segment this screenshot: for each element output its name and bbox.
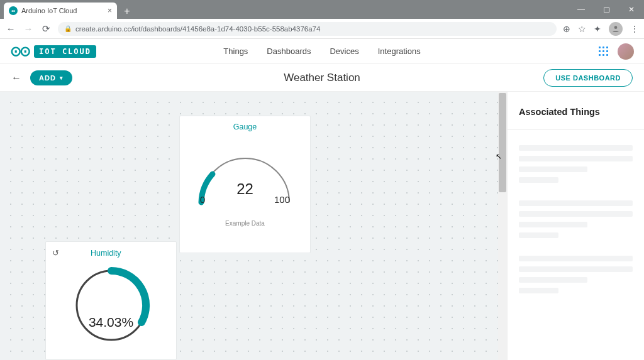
skeleton-line — [519, 156, 633, 161]
side-panel-heading: Associated Things — [519, 107, 633, 117]
skeleton-block — [519, 145, 633, 183]
url-text: create.arduino.cc/iot/dashboards/41456e8… — [75, 25, 320, 33]
logo-text: IOT CLOUD — [34, 45, 96, 58]
extensions-icon[interactable]: ✦ — [594, 24, 601, 34]
window-controls: — ▢ ✕ — [569, 0, 644, 19]
gauge-footer: Example Data — [186, 220, 304, 227]
skeleton-line — [519, 222, 587, 227]
logo[interactable]: ⊙⊙ IOT CLOUD — [10, 43, 96, 60]
widget-gauge-title: Gauge — [186, 123, 304, 131]
side-panel: Associated Things — [507, 92, 644, 360]
dashboard-canvas[interactable]: Gauge 22 0 100 Example Data ↺ Humidity 3… — [0, 92, 507, 360]
user-avatar[interactable] — [618, 43, 634, 60]
widget-humidity-title: Humidity — [91, 249, 121, 258]
back-arrow-icon[interactable]: ← — [11, 72, 21, 84]
history-icon[interactable]: ↺ — [52, 248, 59, 258]
browser-toolbar: ← → ⟳ 🔒 create.arduino.cc/iot/dashboards… — [0, 19, 644, 39]
vertical-scrollbar[interactable] — [498, 92, 507, 360]
nav-integrations[interactable]: Integrations — [378, 46, 421, 56]
close-icon[interactable]: × — [108, 6, 112, 15]
skeleton-line — [519, 288, 558, 293]
forward-icon[interactable]: → — [23, 23, 34, 34]
minimize-icon[interactable]: — — [569, 0, 594, 19]
toolbar-right-icons: ⊕ ☆ ✦ ⋮ — [563, 22, 639, 36]
nav-devices[interactable]: Devices — [330, 46, 358, 56]
skeleton-line — [519, 232, 558, 238]
skeleton-line — [519, 277, 587, 283]
use-dashboard-button[interactable]: USE DASHBOARD — [543, 69, 633, 87]
tab-favicon: ∞ — [9, 6, 18, 15]
main-nav: Things Dashboards Devices Integrations — [223, 46, 420, 56]
svg-point-0 — [614, 26, 618, 29]
skeleton-line — [519, 266, 633, 272]
browser-tab-active[interactable]: ∞ Arduino IoT Cloud × — [4, 3, 117, 19]
chevron-down-icon: ▾ — [60, 75, 64, 81]
search-icon[interactable]: ⊕ — [563, 24, 570, 34]
skeleton-line — [519, 145, 633, 151]
nav-dashboards[interactable]: Dashboards — [267, 46, 311, 56]
widget-humidity[interactable]: ↺ Humidity 34.03% — [45, 241, 177, 360]
header-right — [599, 43, 634, 60]
add-button[interactable]: ADD ▾ — [30, 70, 72, 85]
reload-icon[interactable]: ⟳ — [40, 23, 52, 35]
app-header: ⊙⊙ IOT CLOUD Things Dashboards Devices I… — [0, 39, 644, 64]
scrollbar-thumb[interactable] — [499, 93, 506, 192]
dashboard-toolbar: ← ADD ▾ Weather Station USE DASHBOARD — [0, 64, 644, 92]
tab-title: Arduino IoT Cloud — [21, 7, 104, 14]
maximize-icon[interactable]: ▢ — [594, 0, 619, 19]
skeleton-block — [519, 200, 633, 238]
menu-icon[interactable]: ⋮ — [630, 24, 639, 34]
skeleton-line — [519, 256, 633, 261]
new-tab-button[interactable]: + — [119, 4, 135, 19]
panel-divider — [508, 129, 644, 130]
gauge-min: 0 — [200, 194, 205, 205]
address-bar[interactable]: 🔒 create.arduino.cc/iot/dashboards/41456… — [58, 22, 557, 36]
humidity-ring — [67, 261, 155, 349]
back-icon[interactable]: ← — [5, 23, 16, 34]
star-icon[interactable]: ☆ — [578, 24, 586, 34]
humidity-value: 34.03% — [46, 315, 176, 330]
gauge-max: 100 — [274, 194, 290, 205]
content-area: Gauge 22 0 100 Example Data ↺ Humidity 3… — [0, 92, 644, 360]
lock-icon: 🔒 — [64, 25, 72, 32]
apps-icon[interactable] — [599, 46, 609, 57]
skeleton-line — [519, 166, 587, 172]
dashboard-title[interactable]: Weather Station — [284, 72, 360, 84]
nav-things[interactable]: Things — [223, 46, 248, 56]
profile-icon[interactable] — [609, 22, 623, 36]
widget-gauge[interactable]: Gauge 22 0 100 Example Data — [179, 116, 311, 253]
skeleton-line — [519, 200, 633, 206]
add-button-label: ADD — [39, 74, 56, 82]
logo-icon: ⊙⊙ — [10, 43, 29, 60]
humidity-header: ↺ Humidity — [52, 248, 170, 258]
skeleton-block — [519, 256, 633, 293]
skeleton-line — [519, 177, 558, 183]
browser-tab-bar: ∞ Arduino IoT Cloud × + — ▢ ✕ — [0, 0, 644, 19]
close-window-icon[interactable]: ✕ — [619, 0, 644, 19]
skeleton-line — [519, 211, 633, 217]
